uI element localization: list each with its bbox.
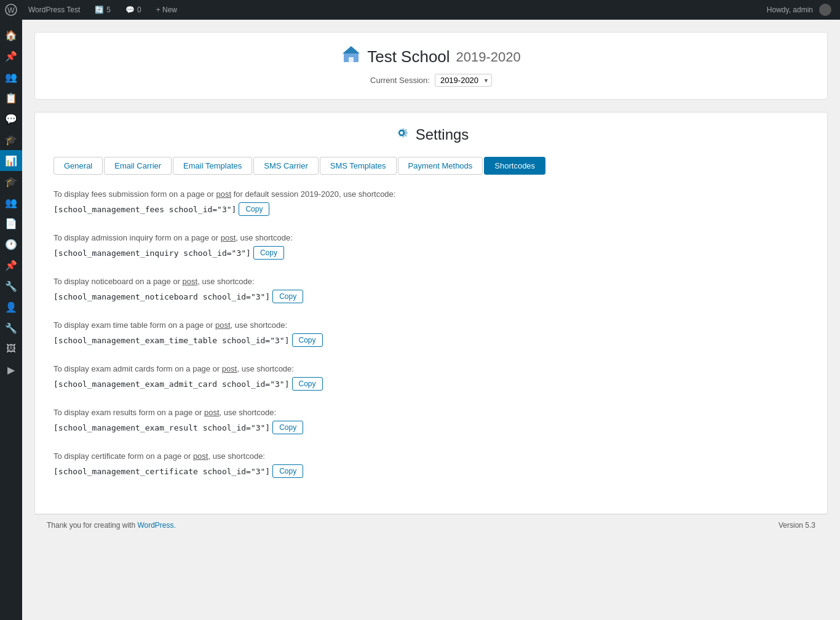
updates-item[interactable]: 🔄 5: [91, 0, 114, 20]
sidebar-icon-users[interactable]: 👥: [0, 66, 22, 87]
tab-sms-templates[interactable]: SMS Templates: [320, 157, 397, 175]
new-item[interactable]: + New: [153, 0, 181, 20]
site-name[interactable]: WordPress Test: [25, 0, 84, 20]
shortcode-desc-2: To display noticeboard on a page or post…: [53, 277, 809, 286]
copy-button-4[interactable]: Copy: [292, 377, 323, 391]
session-dropdown[interactable]: 2019-2020: [435, 74, 492, 87]
shortcode-section-1: To display admission inquiry form on a p…: [53, 233, 809, 260]
settings-title: Settings: [53, 125, 809, 145]
sidebar-icon-pin2[interactable]: 📌: [0, 255, 22, 276]
session-label: Current Session:: [370, 76, 430, 85]
sidebar-icon-group[interactable]: 👥: [0, 192, 22, 213]
shortcode-section-2: To display noticeboard on a page or post…: [53, 277, 809, 303]
sidebar-icon-graduation[interactable]: 🎓: [0, 129, 22, 150]
admin-bar: W WordPress Test 🔄 5 💬 0 + New Howdy, ad…: [0, 0, 840, 20]
sidebar-icon-pin[interactable]: 📌: [0, 46, 22, 66]
school-name: Test School: [367, 47, 450, 66]
tab-email-carrier[interactable]: Email Carrier: [104, 157, 172, 175]
shortcode-desc-6: To display certificate form on a page or…: [53, 451, 809, 461]
shortcode-desc-4: To display exam admit cards form on a pa…: [53, 364, 809, 373]
shortcode-row-4: [school_management_exam_admit_card schoo…: [53, 377, 809, 391]
settings-card: Settings General Email Carrier Email Tem…: [34, 112, 828, 514]
shortcodes-container: To display fees submission form on a pag…: [53, 189, 809, 478]
sidebar-icon-clock[interactable]: 🕐: [0, 234, 22, 255]
shortcode-row-0: [school_management_fees school_id="3"]Co…: [53, 202, 809, 216]
settings-label: Settings: [416, 126, 469, 143]
shortcode-row-6: [school_management_certificate school_id…: [53, 464, 809, 478]
shortcode-desc-3: To display exam time table form on a pag…: [53, 320, 809, 330]
shortcode-desc-1: To display admission inquiry form on a p…: [53, 233, 809, 242]
copy-button-0[interactable]: Copy: [239, 202, 269, 216]
comments-item[interactable]: 💬 0: [122, 0, 145, 20]
tab-payment-methods[interactable]: Payment Methods: [398, 157, 483, 175]
shortcode-code-3: [school_management_exam_time_table schoo…: [53, 336, 290, 345]
shortcode-row-1: [school_management_inquiry school_id="3"…: [53, 246, 809, 260]
sidebar-icon-wrench[interactable]: 🔧: [0, 276, 22, 296]
sidebar-icon-comments[interactable]: 💬: [0, 108, 22, 129]
shortcode-section-6: To display certificate form on a page or…: [53, 451, 809, 478]
sidebar-icon-graduation2[interactable]: 🎓: [0, 171, 22, 192]
shortcode-section-3: To display exam time table form on a pag…: [53, 320, 809, 347]
sidebar-icon-home[interactable]: 🏠: [0, 25, 22, 46]
shortcode-section-4: To display exam admit cards form on a pa…: [53, 364, 809, 391]
shortcode-desc-0: To display fees submission form on a pag…: [53, 189, 809, 199]
svg-marker-3: [343, 46, 360, 54]
tab-sms-carrier[interactable]: SMS Carrier: [253, 157, 319, 175]
shortcode-code-1: [school_management_inquiry school_id="3"…: [53, 248, 251, 258]
sidebar-icon-tools[interactable]: 🔧: [0, 317, 22, 338]
school-title: Test School 2019-2020: [47, 45, 815, 69]
shortcode-code-2: [school_management_noticeboard school_id…: [53, 292, 270, 301]
sidebar-icon-play[interactable]: ▶: [0, 359, 22, 380]
footer-thank-you: Thank you for creating with WordPress.: [47, 521, 176, 530]
tabs-container: General Email Carrier Email Templates SM…: [53, 157, 809, 175]
shortcode-code-5: [school_management_exam_result school_id…: [53, 423, 270, 432]
updates-icon: 🔄: [95, 6, 104, 14]
sidebar-icon-dashboard[interactable]: 📊: [0, 150, 22, 171]
shortcode-code-6: [school_management_certificate school_id…: [53, 467, 270, 476]
sidebar-icon-pages[interactable]: 📋: [0, 87, 22, 108]
shortcode-row-5: [school_management_exam_result school_id…: [53, 421, 809, 434]
shortcode-row-3: [school_management_exam_time_table schoo…: [53, 333, 809, 347]
sidebar-icon-image[interactable]: 🖼: [0, 338, 22, 359]
wp-logo[interactable]: W: [5, 4, 17, 16]
settings-gear-icon: [394, 125, 410, 145]
session-select-wrap[interactable]: 2019-2020: [435, 74, 492, 87]
shortcode-code-4: [school_management_exam_admit_card schoo…: [53, 380, 290, 389]
copy-button-3[interactable]: Copy: [292, 333, 323, 347]
sidebar-icon-user[interactable]: 👤: [0, 296, 22, 317]
svg-rect-4: [349, 57, 354, 62]
shortcode-code-0: [school_management_fees school_id="3"]: [53, 205, 236, 214]
shortcode-row-2: [school_management_noticeboard school_id…: [53, 290, 809, 303]
school-icon: [341, 45, 361, 69]
footer-wp-link[interactable]: WordPress.: [137, 521, 175, 530]
school-header: Test School 2019-2020 Current Session: 2…: [34, 32, 828, 100]
copy-button-2[interactable]: Copy: [272, 290, 303, 303]
shortcode-section-5: To display exam results form on a page o…: [53, 408, 809, 434]
school-year: 2019-2020: [456, 49, 521, 65]
copy-button-6[interactable]: Copy: [272, 464, 303, 478]
bar-right: Howdy, admin: [763, 0, 835, 20]
comments-icon: 💬: [125, 6, 135, 14]
shortcode-section-0: To display fees submission form on a pag…: [53, 189, 809, 216]
tab-shortcodes[interactable]: Shortcodes: [484, 157, 545, 175]
avatar: [819, 4, 831, 16]
footer-version: Version 5.3: [779, 521, 815, 530]
tab-email-templates[interactable]: Email Templates: [173, 157, 252, 175]
sidebar-icon-doc[interactable]: 📄: [0, 213, 22, 234]
shortcode-desc-5: To display exam results form on a page o…: [53, 408, 809, 417]
sidebar: 🏠 📌 👥 📋 💬 🎓 📊 🎓 👥 📄 🕐 📌 🔧 👤 🔧 🖼 ▶: [0, 20, 22, 620]
main-content: Test School 2019-2020 Current Session: 2…: [22, 20, 840, 620]
howdy-label[interactable]: Howdy, admin: [763, 0, 835, 20]
tab-general[interactable]: General: [53, 157, 103, 175]
copy-button-1[interactable]: Copy: [253, 246, 284, 260]
copy-button-5[interactable]: Copy: [272, 421, 303, 434]
svg-text:W: W: [7, 6, 15, 15]
wp-footer: Thank you for creating with WordPress. V…: [34, 514, 828, 536]
session-row: Current Session: 2019-2020: [47, 74, 815, 87]
